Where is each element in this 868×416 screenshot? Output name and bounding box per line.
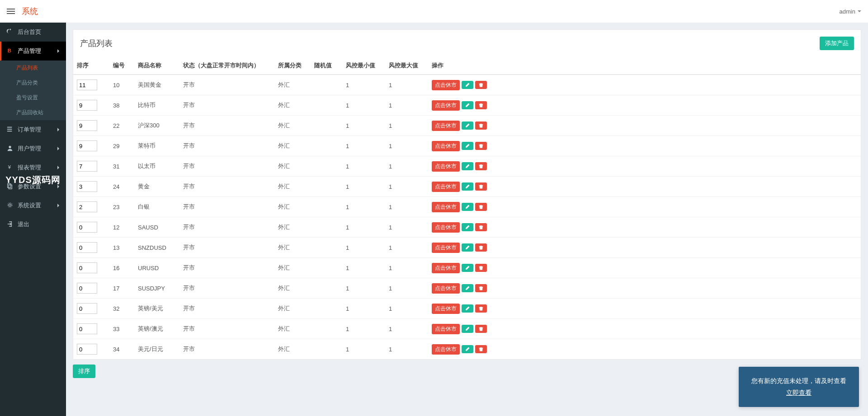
delete-button[interactable] [475,122,487,130]
svg-point-9 [8,202,13,207]
edit-button[interactable] [462,122,473,130]
sort-input[interactable] [77,222,97,233]
cell-max: 1 [385,197,428,217]
delete-button[interactable] [475,325,487,333]
sidebar-item-2[interactable]: 订单管理 [0,120,66,139]
sort-input[interactable] [77,323,97,334]
toast-link[interactable]: 立即查看 [751,387,846,399]
table-row: 16URUSD开市外汇11点击休市 [73,258,861,278]
cell-max: 1 [385,177,428,197]
sidebar-item-6[interactable]: 系统设置 [0,196,66,215]
table-row: 17SUSDJPY开市外汇11点击休市 [73,278,861,299]
delete-button[interactable] [475,203,487,211]
edit-button[interactable] [462,101,473,109]
close-market-button[interactable]: 点击休市 [432,222,460,233]
delete-button[interactable] [475,142,487,150]
close-market-button[interactable]: 点击休市 [432,80,460,90]
cell-min: 1 [342,95,385,116]
cell-id: 10 [109,75,134,95]
sort-input[interactable] [77,201,97,212]
cell-max: 1 [385,278,428,299]
sidebar-sub-item-3[interactable]: 产品回收站 [0,105,66,120]
sort-input[interactable] [77,181,97,192]
edit-button[interactable] [462,284,473,292]
sort-input[interactable] [77,283,97,294]
close-market-button[interactable]: 点击休市 [432,324,460,334]
sort-input[interactable] [77,79,97,90]
sidebar-sub-item-2[interactable]: 盈亏设置 [0,90,66,105]
sidebar-sub-item-1[interactable]: 产品分类 [0,75,66,90]
sort-input[interactable] [77,100,97,111]
edit-button[interactable] [462,345,473,353]
delete-button[interactable] [475,345,487,353]
add-product-button[interactable]: 添加产品 [820,37,854,50]
edit-button[interactable] [462,142,473,150]
edit-button[interactable] [462,243,473,252]
close-market-button[interactable]: 点击休市 [432,243,460,253]
delete-button[interactable] [475,182,487,191]
delete-button[interactable] [475,264,487,272]
close-market-button[interactable]: 点击休市 [432,121,460,131]
edit-button[interactable] [462,325,473,333]
delete-button[interactable] [475,304,487,313]
sort-input[interactable] [77,242,97,253]
delete-button[interactable] [475,284,487,292]
sidebar-item-4[interactable]: ¥报表管理 [0,158,66,177]
edit-button[interactable] [462,81,473,89]
edit-button[interactable] [462,223,473,231]
trash-icon [478,204,484,210]
cell-name: SNZDUSD [134,238,179,258]
edit-button[interactable] [462,304,473,313]
edit-button[interactable] [462,264,473,272]
sidebar-item-1[interactable]: B产品管理 [0,42,66,61]
delete-button[interactable] [475,223,487,231]
cell-max: 1 [385,238,428,258]
close-market-button[interactable]: 点击休市 [432,202,460,212]
edit-button[interactable] [462,182,473,191]
edit-button[interactable] [462,162,473,170]
close-market-button[interactable]: 点击休市 [432,141,460,151]
cell-id: 38 [109,95,134,116]
cell-random [311,339,342,360]
sidebar-item-5[interactable]: 参数设置 [0,177,66,196]
trash-icon [478,265,484,271]
col-header: 随机值 [311,57,342,75]
sort-input[interactable] [77,262,97,273]
sidebar-item-0[interactable]: 后台首页 [0,23,66,42]
content: 产品列表 添加产品 排序编号商品名称状态（大盘正常开市时间内）所属分类随机值风控… [66,23,868,416]
sort-input[interactable] [77,120,97,131]
sort-input[interactable] [77,344,97,355]
close-market-button[interactable]: 点击休市 [432,182,460,192]
delete-button[interactable] [475,243,487,252]
close-market-button[interactable]: 点击休市 [432,161,460,172]
sort-input[interactable] [77,140,97,151]
close-market-button[interactable]: 点击休市 [432,263,460,273]
sort-input[interactable] [77,303,97,314]
cell-name: 莱特币 [134,136,179,156]
sidebar-sub-item-0[interactable]: 产品列表 [0,61,66,75]
close-market-button[interactable]: 点击休市 [432,283,460,294]
cell-status: 开市 [179,95,274,116]
svg-point-4 [9,145,11,148]
delete-button[interactable] [475,101,487,109]
close-market-button[interactable]: 点击休市 [432,100,460,111]
delete-button[interactable] [475,81,487,89]
cell-status: 开市 [179,278,274,299]
menu-toggle-icon[interactable] [7,9,15,14]
chevron-right-icon [57,128,59,131]
col-header: 排序 [73,57,109,75]
sidebar-item-7[interactable]: 退出 [0,215,66,234]
close-market-button[interactable]: 点击休市 [432,344,460,355]
svg-text:¥: ¥ [8,164,11,169]
edit-button[interactable] [462,203,473,211]
delete-button[interactable] [475,162,487,170]
close-market-button[interactable]: 点击休市 [432,304,460,314]
pencil-icon [465,326,470,332]
user-menu[interactable]: admin [840,8,861,15]
sidebar-item-3[interactable]: 用户管理 [0,139,66,158]
cell-random [311,217,342,238]
svg-rect-7 [9,185,12,189]
sort-input[interactable] [77,161,97,172]
cell-name: URUSD [134,258,179,278]
sort-button[interactable]: 排序 [73,365,95,378]
